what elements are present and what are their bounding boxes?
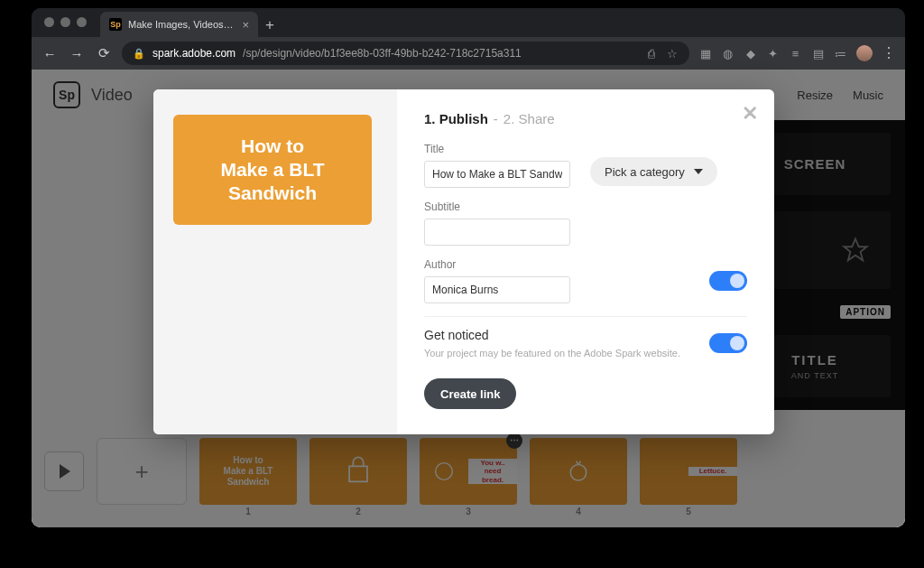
subtitle-field-group: Subtitle <box>424 200 570 246</box>
address-bar-row: ← → ⟳ 🔒 spark.adobe.com/sp/design/video/… <box>32 37 905 70</box>
author-field-group: Author <box>424 258 570 303</box>
mac-max-dot[interactable] <box>77 17 87 27</box>
step-publish: 1. Publish <box>424 111 488 126</box>
preview-title: How to Make a BLT Sandwich <box>220 135 324 206</box>
title-input[interactable] <box>424 161 570 188</box>
reload-icon[interactable]: ⟳ <box>95 45 113 61</box>
modal-preview-pane: How to Make a BLT Sandwich <box>153 89 397 434</box>
mac-traffic-lights <box>44 17 87 27</box>
publish-steps: 1. Publish - 2. Share <box>424 111 747 126</box>
browser-window: Sp Make Images, Videos and Web S × + ← →… <box>32 8 905 527</box>
get-noticed-hint: Your project may be featured on the Adob… <box>424 348 680 358</box>
app-area: Sp Video Resize Music SCREEN APTION TITL… <box>32 70 905 527</box>
close-icon[interactable]: ✕ <box>742 102 758 126</box>
extension-icon[interactable]: ≔ <box>834 47 847 61</box>
subtitle-label: Subtitle <box>424 200 570 213</box>
step-separator: - <box>494 111 498 126</box>
tab-bar: Sp Make Images, Videos and Web S × + <box>32 8 905 37</box>
publish-modal: How to Make a BLT Sandwich ✕ 1. Publish … <box>153 89 774 434</box>
get-noticed-group: Get noticed Your project may be featured… <box>424 328 680 358</box>
author-input[interactable] <box>424 276 570 303</box>
address-bar[interactable]: 🔒 spark.adobe.com/sp/design/video/b1f3ee… <box>122 42 689 65</box>
url-path: /sp/design/video/b1f3ee8b-03ff-49bb-b242… <box>243 47 522 60</box>
author-label: Author <box>424 258 570 271</box>
video-preview-card: How to Make a BLT Sandwich <box>173 115 372 225</box>
author-credit-toggle[interactable] <box>709 271 747 291</box>
extension-icon[interactable]: ≡ <box>789 47 802 61</box>
get-noticed-heading: Get noticed <box>424 328 680 342</box>
new-tab-button[interactable]: + <box>258 14 282 37</box>
title-field-group: Title <box>424 143 570 188</box>
lock-icon: 🔒 <box>133 48 145 60</box>
subtitle-input[interactable] <box>424 219 570 246</box>
extensions-row: ▦ ◍ ◆ ✦ ≡ ▤ ≔ ⋮ <box>698 45 896 61</box>
divider <box>424 316 747 317</box>
extension-icon[interactable]: ▦ <box>698 47 712 61</box>
tab-favicon-icon: Sp <box>109 18 122 31</box>
category-label: Pick a category <box>605 165 685 179</box>
modal-form-pane: ✕ 1. Publish - 2. Share Title Pick a cat… <box>397 89 774 434</box>
mac-close-dot[interactable] <box>44 17 54 27</box>
back-icon[interactable]: ← <box>41 46 59 61</box>
bookmark-star-icon[interactable]: ☆ <box>665 47 679 61</box>
cast-icon[interactable]: ⎙ <box>644 47 658 61</box>
extension-icon[interactable]: ▤ <box>811 47 825 61</box>
tab-close-icon[interactable]: × <box>242 18 249 32</box>
title-label: Title <box>424 143 570 155</box>
extension-icon[interactable]: ◆ <box>744 47 757 61</box>
forward-icon[interactable]: → <box>68 46 86 61</box>
browser-menu-icon[interactable]: ⋮ <box>882 46 896 61</box>
get-noticed-toggle[interactable] <box>709 333 747 353</box>
browser-tab[interactable]: Sp Make Images, Videos and Web S × <box>100 12 258 37</box>
mac-min-dot[interactable] <box>60 17 70 27</box>
chevron-down-icon <box>694 169 703 174</box>
profile-avatar-icon[interactable] <box>856 45 873 61</box>
extension-icon[interactable]: ◍ <box>721 47 735 61</box>
create-link-button[interactable]: Create link <box>424 378 516 409</box>
extension-icon[interactable]: ✦ <box>766 47 780 61</box>
category-dropdown[interactable]: Pick a category <box>590 157 717 186</box>
tab-title: Make Images, Videos and Web S <box>128 19 236 30</box>
step-share[interactable]: 2. Share <box>504 111 555 126</box>
url-domain: spark.adobe.com <box>152 47 236 60</box>
